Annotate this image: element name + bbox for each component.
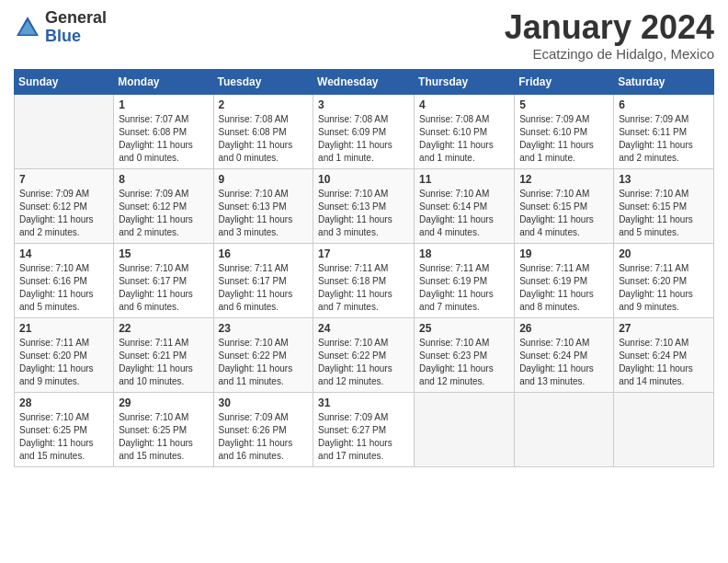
day-info: Sunrise: 7:10 AM Sunset: 6:17 PM Dayligh… [119,262,208,314]
day-number: 15 [119,247,208,260]
daylight-text: Daylight: 11 hours and 15 minutes. [119,437,208,463]
day-info: Sunrise: 7:10 AM Sunset: 6:23 PM Dayligh… [419,337,509,388]
sunrise-text: Sunrise: 7:10 AM [519,188,609,201]
day-info: Sunrise: 7:10 AM Sunset: 6:24 PM Dayligh… [519,337,609,388]
sunrise-text: Sunrise: 7:10 AM [19,262,108,275]
day-number: 16 [219,247,309,260]
sunrise-text: Sunrise: 7:11 AM [419,262,509,275]
sunset-text: Sunset: 6:22 PM [219,350,309,362]
cell-week1-day1: 1 Sunrise: 7:07 AM Sunset: 6:08 PM Dayli… [114,94,213,168]
day-info: Sunrise: 7:09 AM Sunset: 6:27 PM Dayligh… [318,411,409,463]
day-number: 1 [119,98,208,111]
day-number: 26 [519,322,609,335]
daylight-text: Daylight: 11 hours and 13 minutes. [519,362,609,388]
week-row-2: 7 Sunrise: 7:09 AM Sunset: 6:12 PM Dayli… [15,168,714,243]
cell-week4-day1: 22 Sunrise: 7:11 AM Sunset: 6:21 PM Dayl… [114,317,213,392]
sunrise-text: Sunrise: 7:11 AM [619,262,709,275]
sunrise-text: Sunrise: 7:10 AM [19,411,108,424]
sunrise-text: Sunrise: 7:09 AM [19,188,108,201]
daylight-text: Daylight: 11 hours and 16 minutes. [219,437,309,463]
calendar-table: Sunday Monday Tuesday Wednesday Thursday… [14,69,714,467]
sunrise-text: Sunrise: 7:10 AM [419,188,509,201]
daylight-text: Daylight: 11 hours and 5 minutes. [19,288,108,314]
sunrise-text: Sunrise: 7:10 AM [519,337,609,350]
day-number: 24 [318,322,409,335]
week-row-1: 1 Sunrise: 7:07 AM Sunset: 6:08 PM Dayli… [15,94,714,168]
sunrise-text: Sunrise: 7:07 AM [119,113,208,126]
day-number: 17 [318,247,409,260]
sunset-text: Sunset: 6:17 PM [219,275,309,288]
cell-week5-day4 [415,392,515,466]
sunrise-text: Sunrise: 7:10 AM [318,188,409,201]
daylight-text: Daylight: 11 hours and 8 minutes. [519,288,609,314]
day-number: 12 [519,173,609,186]
sunrise-text: Sunrise: 7:10 AM [619,188,709,201]
sunrise-text: Sunrise: 7:11 AM [19,337,108,350]
sunset-text: Sunset: 6:15 PM [519,201,609,213]
cell-week3-day2: 16 Sunrise: 7:11 AM Sunset: 6:17 PM Dayl… [213,243,313,317]
day-info: Sunrise: 7:11 AM Sunset: 6:19 PM Dayligh… [519,262,609,314]
sunset-text: Sunset: 6:08 PM [219,126,309,139]
day-info: Sunrise: 7:10 AM Sunset: 6:22 PM Dayligh… [219,337,309,388]
day-info: Sunrise: 7:09 AM Sunset: 6:26 PM Dayligh… [219,411,309,463]
cell-week2-day5: 12 Sunrise: 7:10 AM Sunset: 6:15 PM Dayl… [515,168,614,243]
logo-blue-text: Blue [45,28,107,46]
daylight-text: Daylight: 11 hours and 9 minutes. [619,288,709,314]
sunrise-text: Sunrise: 7:10 AM [119,411,208,424]
day-info: Sunrise: 7:09 AM Sunset: 6:10 PM Dayligh… [519,113,609,165]
sunrise-text: Sunrise: 7:09 AM [318,411,409,424]
day-info: Sunrise: 7:10 AM Sunset: 6:15 PM Dayligh… [519,188,609,239]
day-number: 29 [119,396,208,409]
sunrise-text: Sunrise: 7:10 AM [318,337,409,350]
cell-week2-day0: 7 Sunrise: 7:09 AM Sunset: 6:12 PM Dayli… [15,168,114,243]
daylight-text: Daylight: 11 hours and 0 minutes. [219,139,309,165]
day-number: 21 [19,322,108,335]
day-number: 11 [419,173,509,186]
sunset-text: Sunset: 6:13 PM [318,201,409,213]
cell-week1-day6: 6 Sunrise: 7:09 AM Sunset: 6:11 PM Dayli… [614,94,714,168]
day-number: 6 [619,98,709,111]
logo-general-text: General [45,9,107,28]
sunrise-text: Sunrise: 7:10 AM [119,262,208,275]
daylight-text: Daylight: 11 hours and 1 minute. [318,139,409,165]
month-title: January 2024 [505,9,714,46]
day-number: 3 [318,98,409,111]
day-number: 23 [219,322,309,335]
daylight-text: Daylight: 11 hours and 12 minutes. [318,362,409,388]
cell-week5-day2: 30 Sunrise: 7:09 AM Sunset: 6:26 PM Dayl… [213,392,313,466]
sunrise-text: Sunrise: 7:11 AM [219,262,309,275]
logo-text: General Blue [45,9,107,46]
sunset-text: Sunset: 6:20 PM [19,350,108,362]
daylight-text: Daylight: 11 hours and 1 minute. [519,139,609,165]
sunset-text: Sunset: 6:25 PM [119,424,208,437]
cell-week5-day0: 28 Sunrise: 7:10 AM Sunset: 6:25 PM Dayl… [15,392,114,466]
daylight-text: Daylight: 11 hours and 7 minutes. [419,288,509,314]
sunrise-text: Sunrise: 7:10 AM [419,337,509,350]
day-info: Sunrise: 7:11 AM Sunset: 6:20 PM Dayligh… [19,337,108,388]
sunset-text: Sunset: 6:18 PM [318,275,409,288]
sunset-text: Sunset: 6:08 PM [119,126,208,139]
cell-week4-day5: 26 Sunrise: 7:10 AM Sunset: 6:24 PM Dayl… [515,317,614,392]
day-info: Sunrise: 7:10 AM Sunset: 6:24 PM Dayligh… [619,337,709,388]
daylight-text: Daylight: 11 hours and 6 minutes. [119,288,208,314]
sunrise-text: Sunrise: 7:10 AM [219,337,309,350]
week-row-3: 14 Sunrise: 7:10 AM Sunset: 6:16 PM Dayl… [15,243,714,317]
sunset-text: Sunset: 6:16 PM [19,275,108,288]
cell-week3-day0: 14 Sunrise: 7:10 AM Sunset: 6:16 PM Dayl… [15,243,114,317]
daylight-text: Daylight: 11 hours and 3 minutes. [219,213,309,239]
day-info: Sunrise: 7:10 AM Sunset: 6:14 PM Dayligh… [419,188,509,239]
sunset-text: Sunset: 6:14 PM [419,201,509,213]
cell-week5-day1: 29 Sunrise: 7:10 AM Sunset: 6:25 PM Dayl… [114,392,213,466]
day-number: 28 [19,396,108,409]
day-info: Sunrise: 7:08 AM Sunset: 6:08 PM Dayligh… [219,113,309,165]
day-info: Sunrise: 7:09 AM Sunset: 6:12 PM Dayligh… [119,188,208,239]
sunset-text: Sunset: 6:24 PM [519,350,609,362]
cell-week2-day2: 9 Sunrise: 7:10 AM Sunset: 6:13 PM Dayli… [213,168,313,243]
sunset-text: Sunset: 6:09 PM [318,126,409,139]
week-row-4: 21 Sunrise: 7:11 AM Sunset: 6:20 PM Dayl… [15,317,714,392]
sunrise-text: Sunrise: 7:08 AM [419,113,509,126]
cell-week2-day3: 10 Sunrise: 7:10 AM Sunset: 6:13 PM Dayl… [313,168,415,243]
day-number: 19 [519,247,609,260]
logo: General Blue [14,9,107,46]
cell-week4-day3: 24 Sunrise: 7:10 AM Sunset: 6:22 PM Dayl… [313,317,415,392]
